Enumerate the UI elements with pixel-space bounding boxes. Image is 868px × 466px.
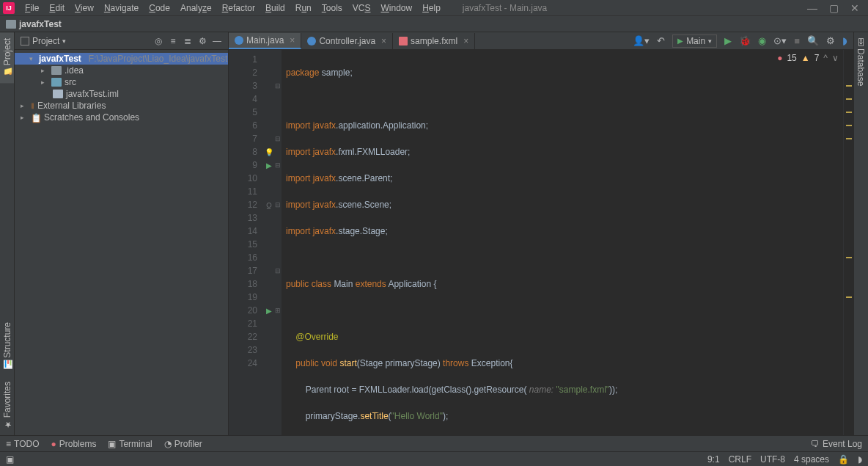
status-bar: ▣ 9:1 CRLF UTF-8 4 spaces 🔒 ◗ [0, 451, 868, 466]
app-icon: IJ [3, 2, 15, 14]
tab-label: Main.java [246, 35, 284, 45]
tab-label: sample.fxml [411, 36, 457, 46]
code-editor[interactable]: package sample; import javafx.applicatio… [282, 50, 843, 435]
event-log-icon: 🗨 [811, 439, 820, 449]
status-linecol[interactable]: 9:1 [707, 454, 720, 465]
bottom-todo[interactable]: ≡TODO [6, 439, 39, 449]
tab-label: Controller.java [319, 36, 375, 46]
fold-icon[interactable]: ⊟ [274, 159, 282, 172]
minimize-panel-icon[interactable]: — [212, 36, 222, 46]
menu-vcs[interactable]: VCS [348, 1, 375, 15]
run-gutter-icon[interactable]: ▶ [264, 159, 274, 172]
search-icon[interactable]: 🔍 [807, 35, 819, 46]
coverage-button[interactable]: ◉ [758, 35, 766, 46]
fold-icon[interactable]: ⊟ [274, 79, 282, 92]
right-tab-database[interactable]: 🗄 Database [854, 32, 868, 92]
menu-tools[interactable]: Tools [317, 1, 347, 15]
bottom-problems[interactable]: ●Problems [51, 439, 96, 449]
menu-help[interactable]: Help [418, 1, 445, 15]
tab-main-java[interactable]: Main.java × [229, 33, 301, 49]
tab-sample-fxml[interactable]: sample.fxml × [393, 33, 475, 49]
editor-area: Main.java × Controller.java × sample.fxm… [229, 32, 853, 435]
run-config-selector[interactable]: ▶ Main ▾ [672, 34, 717, 48]
run-button[interactable]: ▶ [724, 35, 732, 46]
locate-icon[interactable]: ◎ [153, 36, 163, 46]
fold-icon[interactable]: ⊟ [274, 198, 282, 211]
run-gutter-icon[interactable]: ▶ [264, 304, 274, 317]
add-user-icon[interactable]: 👤▾ [633, 35, 650, 46]
java-icon [235, 36, 243, 45]
close-button[interactable]: ✕ [850, 2, 859, 14]
menu-build[interactable]: Build [261, 1, 290, 15]
bulb-icon[interactable]: 💡 [264, 145, 274, 159]
fold-icon[interactable]: ⊞ [274, 304, 282, 317]
ide-settings-icon[interactable]: ⚙ [826, 35, 835, 46]
override-icon[interactable]: O̲ [264, 198, 274, 211]
avatar-icon[interactable]: ◗ [842, 35, 847, 46]
project-panel: Project ▾ ◎ ≡ ≣ ⚙ — ▾ javafxTest F:\Java… [15, 32, 229, 435]
right-tool-strip: 🗄 Database [853, 32, 868, 435]
tree-root[interactable]: ▾ javafxTest F:\JavaProject\Liao_Idea\ja… [15, 53, 228, 65]
collapse-icon[interactable]: ≣ [183, 36, 193, 46]
tree-src[interactable]: ▸src [15, 76, 228, 88]
project-panel-header: Project ▾ ◎ ≡ ≣ ⚙ — [15, 32, 228, 50]
bottom-event-log[interactable]: 🗨Event Log [811, 439, 862, 449]
fold-end-icon[interactable]: ⊟ [274, 132, 282, 145]
window-title: javafxTest - Main.java [445, 3, 807, 13]
tab-close-icon[interactable]: × [290, 35, 295, 45]
debug-button[interactable]: 🐞 [739, 35, 751, 46]
hide-windows-icon[interactable]: ▣ [6, 454, 14, 465]
minimize-button[interactable]: — [807, 2, 817, 14]
error-strip[interactable] [843, 50, 853, 435]
tab-close-icon[interactable]: × [463, 36, 468, 46]
bottom-profiler[interactable]: ◔Profiler [164, 439, 202, 449]
gutter-marks: 💡 ▶ O̲ ▶ [264, 50, 274, 435]
status-encoding[interactable]: UTF-8 [760, 454, 785, 465]
left-tool-strip: 📁 Project 📊 Structure ★ Favorites [0, 32, 15, 435]
menu-edit[interactable]: Edit [45, 1, 69, 15]
left-tab-favorites[interactable]: ★ Favorites [0, 376, 14, 435]
editor-tabs: Main.java × Controller.java × sample.fxm… [229, 33, 633, 49]
left-tab-project[interactable]: 📁 Project [0, 32, 14, 83]
tree-scratches[interactable]: ▸📋Scratches and Consoles [15, 112, 228, 123]
menu-view[interactable]: View [70, 1, 98, 15]
menu-file[interactable]: File [21, 1, 43, 15]
problems-icon: ● [51, 439, 56, 449]
status-line-ending[interactable]: CRLF [729, 454, 751, 465]
bottom-tool-bar: ≡TODO ●Problems ▣Terminal ◔Profiler 🗨Eve… [0, 435, 868, 451]
maximize-button[interactable]: ▢ [829, 2, 839, 14]
java-icon [307, 37, 316, 45]
menu-window[interactable]: Window [376, 1, 416, 15]
status-lock-icon[interactable]: 🔒 [838, 454, 849, 465]
profile-button[interactable]: ⊙▾ [773, 35, 787, 46]
tree-idea[interactable]: ▸.idea [15, 65, 228, 76]
tree-iml[interactable]: javafxTest.iml [15, 88, 228, 100]
tab-controller-java[interactable]: Controller.java × [301, 33, 393, 49]
project-panel-title[interactable]: Project ▾ [21, 36, 153, 46]
main-menu: File Edit View Navigate Code Analyze Ref… [21, 1, 445, 15]
terminal-icon: ▣ [108, 439, 116, 449]
menu-code[interactable]: Code [144, 1, 174, 15]
menu-analyze[interactable]: Analyze [176, 1, 216, 15]
titlebar: IJ File Edit View Navigate Code Analyze … [0, 0, 868, 16]
status-widget-icon[interactable]: ◗ [858, 454, 862, 465]
status-indent[interactable]: 4 spaces [794, 454, 829, 465]
inspection-summary[interactable]: ●15 ▲7 ^∨ [777, 53, 839, 63]
breadcrumb[interactable]: javafxTest [19, 19, 62, 29]
back-icon[interactable]: ↶ [657, 35, 665, 46]
tab-close-icon[interactable]: × [381, 36, 386, 46]
expand-icon[interactable]: ≡ [168, 36, 178, 46]
menu-refactor[interactable]: Refactor [218, 1, 260, 15]
tree-external-libraries[interactable]: ▸⫴External Libraries [15, 100, 228, 112]
bottom-terminal[interactable]: ▣Terminal [108, 439, 152, 449]
window-controls: — ▢ ✕ [807, 2, 865, 14]
menu-navigate[interactable]: Navigate [100, 1, 143, 15]
folder-icon [6, 20, 16, 29]
menu-run[interactable]: Run [291, 1, 316, 15]
editor-topbar: Main.java × Controller.java × sample.fxm… [229, 32, 853, 50]
fxml-icon [399, 37, 408, 45]
stop-button[interactable]: ■ [794, 35, 800, 46]
topbar-toolbar: 👤▾ ↶ ▶ Main ▾ ▶ 🐞 ◉ ⊙▾ ■ 🔍 ⚙ ◗ [633, 34, 853, 48]
settings-icon[interactable]: ⚙ [197, 36, 207, 46]
left-tab-structure[interactable]: 📊 Structure [0, 316, 14, 376]
